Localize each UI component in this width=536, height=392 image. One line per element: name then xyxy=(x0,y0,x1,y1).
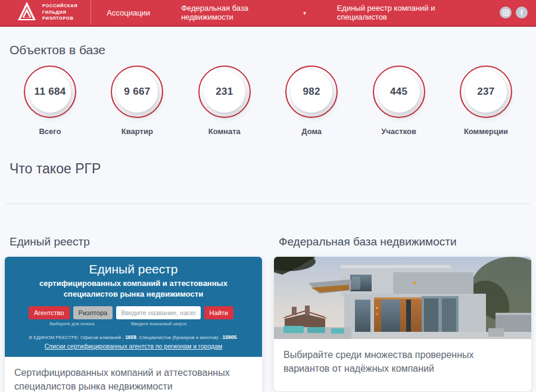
registry-search-row: Агентство Риэлтора Найти xyxy=(5,299,262,319)
agency-button[interactable]: Агентство xyxy=(29,306,70,319)
stat-circle: 445 xyxy=(373,66,425,118)
section-divider xyxy=(6,203,530,204)
instagram-icon[interactable] xyxy=(500,7,512,18)
helper-enter-query: Введите поисковый запрос xyxy=(116,321,202,326)
realtor-button[interactable]: Риэлтора xyxy=(73,306,113,319)
registry-banner-title: Единый реестр xyxy=(5,262,262,276)
stat-value: 982 xyxy=(303,86,320,98)
registry-helper-row: Выберите для поиска Введите поисковый за… xyxy=(5,319,262,326)
stat-label: Участков xyxy=(381,127,416,136)
stat-circle: 982 xyxy=(285,66,338,118)
stat-label: Дома xyxy=(301,127,322,136)
stat-flats: 9 667 Квартир xyxy=(110,66,164,136)
stat-houses: 982 Дома xyxy=(284,66,339,136)
registry-search-input[interactable] xyxy=(116,306,200,319)
stat-label: Коммерции xyxy=(464,127,508,136)
registry-column: Единый реестр Единый реестр сертифициров… xyxy=(5,235,262,392)
social-links: f xyxy=(500,0,536,25)
stat-value: 445 xyxy=(390,86,407,98)
stats-row: 11 684 Всего 9 667 Квартир 231 Комната 9… xyxy=(0,66,536,136)
stat-label: Квартир xyxy=(121,127,153,136)
nav-item-associations[interactable]: Ассоциации xyxy=(91,0,166,25)
stat-label: Комната xyxy=(208,127,241,136)
stat-rooms: 231 Комната xyxy=(197,66,252,136)
registry-banner: Единый реестр сертифицированных компаний… xyxy=(5,257,262,357)
stat-land: 445 Участков xyxy=(372,66,426,136)
facebook-icon[interactable]: f xyxy=(516,7,528,18)
nav-item-label: Единый реестр компаний и специалистов xyxy=(337,4,484,21)
stats-section-title: Объектов в базе xyxy=(10,27,526,66)
navbar-links: Ассоциации Федеральная база недвижимости… xyxy=(91,0,500,25)
house-photo xyxy=(274,257,531,339)
stat-commercial: 237 Коммерции xyxy=(459,66,513,136)
registry-banner-subtitle: сертифицированных компаний и аттестованн… xyxy=(5,278,262,299)
registry-counts: В ЕДИНОМ РЕЕСТРЕ: Офисов компаний - 1658… xyxy=(5,334,262,340)
rgr-logo[interactable]: РОССИЙСКАЯ ГИЛЬДИЯ РИЭЛТОРОВ xyxy=(0,0,91,25)
about-section-title: Что такое РГР xyxy=(10,136,526,177)
registry-card[interactable]: Единый реестр сертифицированных компаний… xyxy=(5,257,262,392)
stat-value: 9 667 xyxy=(124,86,150,98)
nav-item-label: Ассоциации xyxy=(107,8,150,17)
stat-circle: 231 xyxy=(198,66,251,118)
rgr-logo-icon xyxy=(17,1,37,24)
registry-section-title: Единый реестр xyxy=(5,235,262,257)
stat-value: 231 xyxy=(216,86,233,98)
stat-value: 11 684 xyxy=(35,86,66,98)
fedbase-column: Федеральная база недвижимости xyxy=(274,235,531,392)
top-navbar: РОССИЙСКАЯ ГИЛЬДИЯ РИЭЛТОРОВ Ассоциации … xyxy=(0,0,536,27)
nav-item-federal-base[interactable]: Федеральная база недвижимости ▾ xyxy=(166,0,322,25)
stat-circle: 237 xyxy=(460,66,512,118)
certified-agencies-link[interactable]: Списки сертифицированных агентств по рег… xyxy=(45,343,222,350)
fedbase-card[interactable]: Выбирайте среди множества проверенных ва… xyxy=(274,257,531,391)
find-button[interactable]: Найти xyxy=(204,306,233,319)
fedbase-section-title: Федеральная база недвижимости xyxy=(274,235,531,257)
fedbase-caption: Выбирайте среди множества проверенных ва… xyxy=(274,339,531,391)
chevron-down-icon: ▾ xyxy=(303,10,306,16)
stat-total: 11 684 Всего xyxy=(23,66,77,136)
nav-item-label: Федеральная база недвижимости xyxy=(181,4,300,21)
helper-choose-search: Выберите для поиска xyxy=(29,321,116,326)
stat-circle: 11 684 xyxy=(24,66,76,118)
stat-circle: 9 667 xyxy=(111,66,163,118)
rgr-logo-text: РОССИЙСКАЯ ГИЛЬДИЯ РИЭЛТОРОВ xyxy=(42,3,77,23)
stat-value: 237 xyxy=(477,86,494,98)
registry-caption: Сертифицированных компаний и аттестованн… xyxy=(5,357,262,392)
stat-label: Всего xyxy=(39,127,61,136)
nav-item-registry[interactable]: Единый реестр компаний и специалистов xyxy=(322,0,500,25)
